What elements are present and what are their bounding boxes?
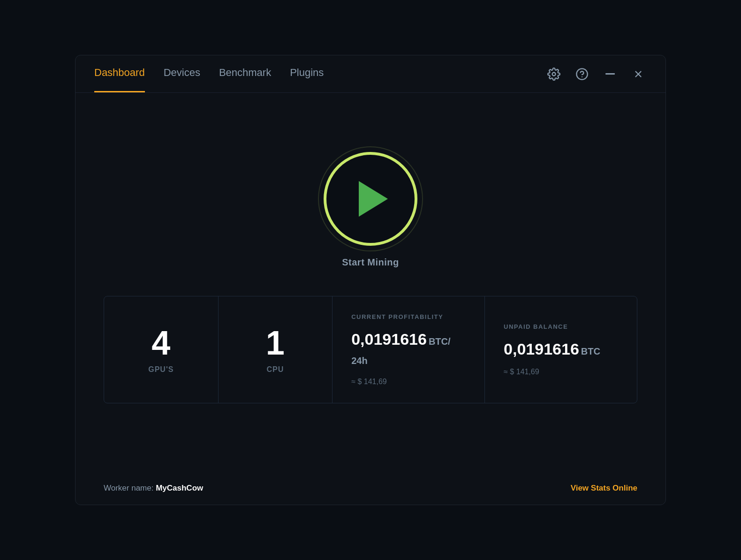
settings-icon[interactable]: [545, 66, 562, 83]
tab-benchmark[interactable]: Benchmark: [219, 55, 271, 92]
worker-prefix: Worker name:: [104, 484, 156, 492]
stat-card-gpus: 4 GPU'S: [104, 296, 219, 403]
svg-rect-3: [605, 73, 615, 75]
profitability-value: 0,0191616BTC/ 24h: [351, 330, 466, 368]
balance-unit: BTC: [581, 346, 600, 356]
profitability-approx: ≈ $ 141,69: [351, 378, 387, 386]
tab-plugins[interactable]: Plugins: [290, 55, 324, 92]
balance-title: UNPAID BALANCE: [504, 323, 568, 330]
footer-bar: Worker name: MyCashCow View Stats Online: [76, 472, 665, 505]
stats-row: 4 GPU'S 1 CPU CURRENT PROFITABILITY 0,01…: [104, 296, 637, 403]
gpus-label: GPU'S: [148, 365, 174, 374]
tab-dashboard[interactable]: Dashboard: [94, 55, 145, 92]
nav-actions: [545, 66, 647, 83]
view-stats-link[interactable]: View Stats Online: [571, 484, 637, 493]
svg-point-0: [552, 72, 556, 76]
stat-card-cpu: 1 CPU: [219, 296, 333, 403]
profitability-unit: BTC: [429, 336, 448, 347]
stat-card-profitability: CURRENT PROFITABILITY 0,0191616BTC/ 24h …: [333, 296, 485, 403]
balance-value: 0,0191616BTC: [504, 340, 600, 359]
play-icon: [359, 181, 388, 217]
start-mining-button[interactable]: [324, 152, 417, 246]
gpus-number: 4: [151, 326, 170, 360]
profitability-title: CURRENT PROFITABILITY: [351, 313, 443, 320]
tab-devices[interactable]: Devices: [164, 55, 200, 92]
balance-approx: ≈ $ 141,69: [504, 368, 539, 376]
profitability-number: 0,0191616: [351, 330, 427, 348]
balance-number: 0,0191616: [504, 340, 579, 358]
worker-name: MyCashCow: [156, 484, 203, 492]
worker-label: Worker name: MyCashCow: [104, 484, 203, 493]
play-button-wrapper: Start Mining: [324, 152, 417, 268]
stat-card-balance: UNPAID BALANCE 0,0191616BTC ≈ $ 141,69: [485, 296, 637, 403]
app-window: Dashboard Devices Benchmark Plugins: [75, 55, 666, 505]
help-icon[interactable]: [574, 66, 590, 83]
cpu-number: 1: [266, 326, 285, 360]
start-mining-label: Start Mining: [342, 257, 399, 268]
minimize-button[interactable]: [602, 66, 619, 83]
main-content: Start Mining 4 GPU'S 1 CPU CURRENT PROFI…: [76, 93, 665, 472]
cpu-label: CPU: [267, 365, 284, 374]
nav-tabs: Dashboard Devices Benchmark Plugins: [94, 55, 324, 92]
close-button[interactable]: [630, 66, 647, 83]
nav-bar: Dashboard Devices Benchmark Plugins: [76, 55, 665, 93]
